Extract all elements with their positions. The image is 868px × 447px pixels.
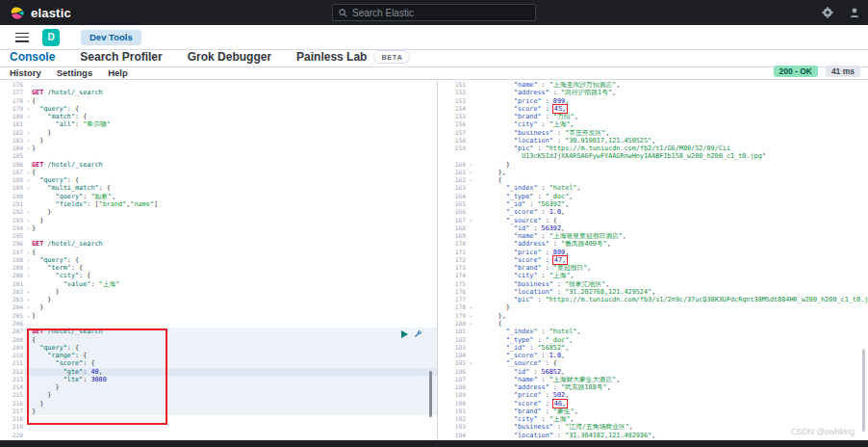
fold-icon[interactable]: ▾ bbox=[25, 105, 32, 113]
code-line[interactable]: 203▾ } bbox=[0, 296, 437, 303]
fold-icon[interactable]: ▾ bbox=[25, 312, 32, 320]
code-line[interactable]: 158 "location" : "30.910017,121.450525", bbox=[439, 137, 868, 145]
code-line[interactable]: 187▾{ bbox=[0, 169, 437, 176]
code-line[interactable]: 186GET /hotel/_search bbox=[0, 161, 437, 169]
code-line[interactable]: 180▾ { bbox=[439, 320, 868, 328]
code-line[interactable]: 205▾} bbox=[0, 312, 437, 320]
code-line[interactable]: 183 "_id" : "56852", bbox=[439, 344, 868, 352]
response-output-pane[interactable]: 151 "name" : "上海圣淘沙万怡酒店",152 "address" :… bbox=[439, 81, 868, 440]
fold-icon[interactable]: ▾ bbox=[468, 359, 474, 367]
toolbar-history[interactable]: History bbox=[10, 67, 41, 78]
code-line[interactable]: 164 "_type" : "_doc", bbox=[439, 193, 868, 200]
fold-icon[interactable]: ▾ bbox=[468, 320, 474, 328]
gear-icon[interactable] bbox=[822, 7, 833, 18]
code-line[interactable]: 173 "brand" : "皇冠假日", bbox=[439, 264, 868, 272]
right-scrollbar[interactable] bbox=[862, 349, 865, 432]
global-search-input[interactable]: Search Elastic bbox=[332, 4, 536, 21]
code-line[interactable]: 183▾ } bbox=[0, 137, 437, 145]
code-line[interactable]: 184▾} bbox=[0, 145, 437, 152]
fold-icon[interactable]: ▾ bbox=[468, 169, 474, 176]
fold-icon[interactable]: ▾ bbox=[25, 137, 32, 145]
send-request-icon[interactable] bbox=[401, 330, 408, 338]
code-line[interactable]: 191 "brand" : "豪生", bbox=[439, 408, 868, 415]
code-line[interactable]: 168 "id" : 56392, bbox=[439, 224, 868, 232]
code-line[interactable]: 202▾ } bbox=[0, 288, 437, 296]
code-line[interactable]: 196GET /hotel/_search bbox=[0, 240, 437, 248]
code-line[interactable]: 186 "id" : 56852, bbox=[439, 368, 868, 376]
fold-icon[interactable]: ▾ bbox=[25, 288, 32, 296]
code-line[interactable]: 166 "_score" : 1.0, bbox=[439, 208, 868, 216]
code-line[interactable]: 206 bbox=[0, 320, 437, 328]
deployment-badge[interactable]: D bbox=[42, 29, 60, 46]
fold-icon[interactable]: ▾ bbox=[25, 264, 32, 272]
code-line[interactable]: 182▾ } bbox=[0, 129, 437, 137]
fold-icon[interactable]: ▾ bbox=[25, 145, 32, 152]
code-line[interactable]: 187 "name" : "上海财大豪生大酒店", bbox=[439, 376, 868, 383]
fold-icon[interactable]: ▾ bbox=[25, 184, 32, 192]
menu-icon[interactable] bbox=[15, 33, 29, 42]
code-line[interactable]: 182 "_type" : "_doc", bbox=[439, 336, 868, 344]
fold-icon[interactable]: ▾ bbox=[25, 129, 32, 137]
fold-icon[interactable]: ▾ bbox=[25, 113, 32, 120]
code-line[interactable]: 153 "price" : 899, bbox=[439, 97, 868, 105]
code-line[interactable]: 192▾ } bbox=[0, 208, 437, 216]
code-line[interactable]: 195 bbox=[0, 232, 437, 240]
code-line[interactable]: 189 "price" : 502, bbox=[439, 391, 868, 399]
code-line[interactable]: 190 "query": "如家", bbox=[0, 193, 437, 200]
code-line[interactable]: 163 "_index" : "hotel", bbox=[439, 184, 868, 192]
code-line[interactable]: 174 "city" : "上海", bbox=[439, 272, 868, 279]
fold-icon[interactable]: ▾ bbox=[468, 312, 474, 320]
code-line[interactable]: 177 "pic" : "https://m.tuniucdn.com/fb3/… bbox=[439, 296, 868, 303]
code-line[interactable]: 197▾{ bbox=[0, 249, 437, 256]
wrench-icon[interactable] bbox=[414, 329, 422, 338]
fold-icon[interactable]: ▾ bbox=[25, 249, 32, 256]
code-line[interactable]: 162▾ { bbox=[439, 176, 868, 184]
code-line[interactable]: 180▾ "match": { bbox=[0, 113, 437, 120]
toolbar-help[interactable]: Help bbox=[108, 67, 128, 78]
code-line[interactable]: 169 "name" : "上海银星皇冠假日酒店", bbox=[439, 232, 868, 240]
fold-icon[interactable]: ▾ bbox=[468, 161, 474, 169]
fold-icon[interactable]: ▾ bbox=[468, 176, 474, 184]
fold-icon[interactable]: ▾ bbox=[468, 303, 474, 311]
elastic-brand[interactable]: elastic bbox=[0, 5, 71, 20]
code-line[interactable]: 159 "pic" : "https://m.tuniucdn.com/fb2/… bbox=[439, 145, 868, 152]
code-line[interactable]: 188▾ "query": { bbox=[0, 176, 437, 184]
code-line[interactable]: 176 bbox=[0, 81, 437, 89]
code-line[interactable]: 156 "city" : "上海", bbox=[439, 120, 868, 128]
fold-icon[interactable]: ▾ bbox=[25, 217, 32, 224]
code-line[interactable]: 154 "score" : 45, bbox=[439, 105, 868, 113]
code-line[interactable]: 155 "brand" : "万怡", bbox=[439, 113, 868, 120]
code-line[interactable]: 170 "address" : "番禺路400号", bbox=[439, 240, 868, 248]
code-line[interactable]: 177GET /hotel/_search bbox=[0, 89, 437, 96]
code-line[interactable]: 181 "_index" : "hotel", bbox=[439, 328, 868, 335]
code-line[interactable]: 175 "business" : "徐家汇地区", bbox=[439, 280, 868, 288]
code-line[interactable]: 198▾ "query": { bbox=[0, 256, 437, 264]
fold-icon[interactable]: ▾ bbox=[25, 176, 32, 184]
left-scrollbar[interactable] bbox=[429, 371, 432, 417]
fold-icon[interactable]: ▾ bbox=[25, 256, 32, 264]
code-line[interactable]: 161▾ }, bbox=[439, 169, 868, 176]
code-line[interactable]: 185 bbox=[0, 152, 437, 160]
code-line[interactable]: 178▾{ bbox=[0, 97, 437, 105]
code-line[interactable]: 188 "address" : "武东路188号", bbox=[439, 383, 868, 391]
code-line[interactable]: 171 "price" : 809, bbox=[439, 249, 868, 256]
fold-icon[interactable]: ▾ bbox=[25, 224, 32, 232]
code-line[interactable]: 199▾ "term": { bbox=[0, 264, 437, 272]
fold-icon[interactable]: ▾ bbox=[468, 217, 474, 224]
code-line[interactable]: 185▾ "_source" : { bbox=[439, 359, 868, 367]
code-line[interactable]: 167▾ "_source" : { bbox=[439, 217, 868, 224]
code-line[interactable]: 194▾} bbox=[0, 224, 437, 232]
code-line[interactable]: 192 "city" : "上海", bbox=[439, 415, 868, 423]
code-line[interactable]: 190 "score" : 46, bbox=[439, 400, 868, 408]
tab-search-profiler[interactable]: Search Profiler bbox=[80, 50, 162, 67]
code-line[interactable]: 193▾ } bbox=[0, 217, 437, 224]
toolbar-settings[interactable]: Settings bbox=[57, 67, 92, 78]
fold-icon[interactable]: ▾ bbox=[25, 272, 32, 279]
tab-grok-debugger[interactable]: Grok Debugger bbox=[188, 50, 271, 67]
code-line[interactable]: 181 "all": "希尔顿" bbox=[0, 120, 437, 128]
code-line[interactable]: 179▾ "query": { bbox=[0, 105, 437, 113]
fold-icon[interactable]: ▾ bbox=[25, 303, 32, 311]
code-line[interactable]: 191 "fields": ["brand","name"] bbox=[0, 200, 437, 208]
code-line[interactable]: 165 "_id" : "56392", bbox=[439, 200, 868, 208]
fold-icon[interactable]: ▾ bbox=[25, 169, 32, 176]
